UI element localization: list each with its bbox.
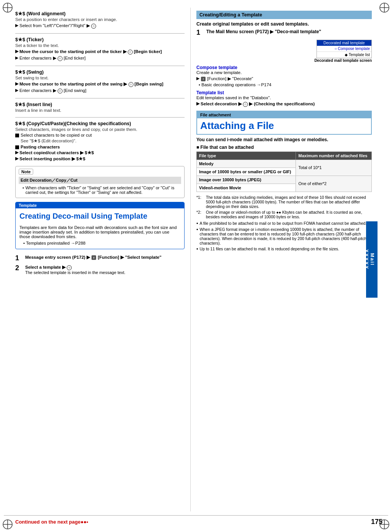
template-bullet-text: Templates preinstalled →P288	[26, 241, 85, 245]
bullet-dot-icon: •	[196, 221, 198, 226]
copy-cut-item-2-text: Pasting characters	[21, 145, 60, 149]
section-ticker: $★$ (Ticker) Set a ticker to the text. ▶…	[15, 37, 185, 61]
swing-subtext: Set swing to text.	[15, 76, 185, 80]
section-copy-cut-paste: $★$ (Copy/Cut/Paste)(Checking the specif…	[15, 121, 185, 161]
creating-template-section: Creating/Editing a Template Create origi…	[196, 11, 372, 107]
bullet-dot-icon: •	[196, 247, 198, 251]
filled-square-icon	[15, 134, 19, 137]
template-box: Template Creating Deco-mail Using Templa…	[15, 202, 185, 249]
bullet-icon: •	[23, 241, 25, 245]
template-header: Template	[16, 202, 184, 208]
filled-square-icon	[15, 145, 19, 149]
creating-template-intro: Create original templates or edit saved …	[196, 21, 372, 27]
footnote-2-marker: *2:	[196, 210, 206, 219]
phone-screenshot: Decorated mail template ○ Compose templa…	[316, 40, 372, 58]
divider-1	[15, 33, 185, 34]
bullet-note-1-text: A file prohibited to be attached to mail…	[200, 221, 367, 226]
footnote-2-text: One of image or video/i-motion of up to …	[206, 210, 372, 219]
file-attach-title-box: File attachment Attaching a File	[196, 111, 372, 135]
template-list-block: Template list Edit templates saved in th…	[196, 90, 372, 107]
word-alignment-heading: $★$ (Word alignment)	[15, 11, 185, 16]
step-2-text: Select a template ▶ ○	[25, 264, 185, 270]
step-2-subtext: The selected template is inserted in the…	[25, 270, 185, 275]
divider-2	[15, 66, 185, 66]
note-item-1: • When characters with "Ticker" or "Swin…	[22, 185, 181, 195]
left-column: $★$ (Word alignment) Set a position to e…	[4, 8, 191, 511]
template-big-title: Creating Deco-mail Using Template	[16, 208, 184, 223]
ticker-item-1-text: Move the cursor to the starting point of…	[19, 49, 162, 55]
table-cell-video: Video/i-motion Movie	[197, 184, 296, 192]
swing-item-1: ▶ Move the cursor to the starting point …	[15, 81, 185, 87]
table-cell-melody: Melody	[197, 160, 296, 168]
right-tab: Mail XXXXX	[366, 221, 378, 298]
phone-menu-compose: ○ Compose template	[317, 46, 371, 52]
file-attach-big-title: Attaching a File	[197, 118, 371, 134]
svg-text:f: f	[93, 256, 95, 260]
bullet-notes: • A file prohibited to be attached to ma…	[196, 221, 372, 251]
swing-heading: $★$ (Swing)	[15, 69, 185, 75]
bullet-note-2-text: When a JPEG format image or i-motion exc…	[200, 227, 372, 245]
right-step-1: 1 The Mail Menu screen (P172) ▶ "Deco-ma…	[196, 29, 372, 36]
note-label: Note	[19, 169, 33, 175]
ticker-subtext: Set a ticker to the text.	[15, 43, 185, 48]
ticker-item-2-text: Enter characters ▶ ○ [End ticker]	[19, 55, 85, 61]
table-cell-melody-count: Total of 10*1	[296, 160, 372, 176]
note-decoration-header: Edit Decoration／Copy／Cut	[19, 177, 181, 184]
copy-cut-item-3-text: Select copied/cut characters ▶ $★$	[19, 150, 94, 155]
compose-template-item1-text: f [Function] ▶ "Decorate"	[201, 76, 253, 82]
bullet-note-3-text: Up to 11 files can be attached to mail. …	[200, 247, 339, 251]
attach-table: File type Maximum number of attached fil…	[196, 152, 372, 192]
table-cell-image-large: Image over 10000 bytes (JPEG)	[197, 176, 296, 184]
file-attach-header: File attachment	[197, 111, 371, 118]
continued-text: Continued on the next page●●•	[15, 519, 88, 525]
template-body-text: Templates are form data for Deco-mail wi…	[19, 225, 180, 239]
bullet-note-2: • When a JPEG format image or i-motion e…	[196, 227, 372, 245]
section-swing: $★$ (Swing) Set swing to text. ▶ Move th…	[15, 69, 185, 94]
corner-br-decoration	[379, 519, 390, 530]
arrow-icon: ▶	[15, 49, 18, 54]
arrow-icon: ▶	[15, 81, 18, 86]
page-container: $★$ (Word alignment) Set a position to e…	[0, 0, 392, 532]
step-1-text: Message entry screen (P172) ▶ f [Functio…	[25, 255, 185, 260]
template-step-2: 2 Select a template ▶ ○ The selected tem…	[15, 264, 185, 275]
footnote-2: *2: One of image or video/i-motion of up…	[196, 210, 372, 219]
phone-screenshot-area: Decorated mail template ○ Compose templa…	[313, 40, 372, 63]
template-list-item-text: Select decoration ▶ ○ ▶ (Checking the sp…	[201, 101, 315, 107]
bullet-note-3: • Up to 11 files can be attached to mail…	[196, 247, 372, 251]
phone-screenshot-container: Decorated mail template ○ Compose templa…	[196, 40, 372, 63]
table-row: Melody Total of 10*1	[197, 160, 372, 168]
copy-cut-heading: $★$ (Copy/Cut/Paste)(Checking the specif…	[15, 121, 185, 126]
table-header-max-files: Maximum number of attached files	[296, 152, 372, 160]
phone-caption: Decorated mail template screen	[313, 58, 372, 63]
compose-template-block: Compose template Create a new template. …	[196, 65, 372, 87]
ticker-item-1: ▶ Move the cursor to the starting point …	[15, 49, 185, 55]
phone-menu-template-list: ◆ Template list	[317, 52, 371, 58]
arrow-icon: ▶	[15, 23, 18, 28]
copy-cut-item-2: Pasting characters	[15, 145, 185, 149]
copy-cut-item-1: Select characters to be copied or cut	[15, 133, 185, 137]
copy-cut-subtext: Select characters, images or lines and c…	[15, 127, 185, 132]
template-list-subtext: Edit templates saved in the "Databox".	[196, 95, 372, 100]
ticker-item-2: ▶ Enter characters ▶ ○ [End ticker]	[15, 55, 185, 61]
arrow-icon: ▶	[196, 101, 199, 106]
table-cell-image-small: Image of 10000 bytes or smaller (JPEG or…	[197, 168, 296, 176]
arrow-icon: ▶	[15, 88, 18, 93]
right-tab-mail: Mail	[370, 253, 375, 266]
step-1-number: 1	[15, 255, 22, 261]
file-attach-intro: You can send i-mode mail attached with i…	[196, 137, 372, 142]
swing-item-1-text: Move the cursor to the starting point of…	[19, 81, 163, 87]
arrow-icon: ▶	[15, 55, 18, 60]
step-1-content: Message entry screen (P172) ▶ f [Functio…	[25, 255, 185, 260]
footnote-1-marker: *1:	[196, 195, 206, 209]
copy-cut-note-1: See "$★$ (Edit decoration)".	[21, 138, 185, 143]
section-word-alignment: $★$ (Word alignment) Set a position to e…	[15, 11, 185, 29]
footnote-1-text: The total data size including melodies, …	[206, 195, 372, 209]
note-item-1-text: When characters with "Ticker" or "Swing"…	[26, 185, 181, 195]
note-bullet-icon: •	[22, 185, 24, 190]
creating-template-header: Creating/Editing a Template	[196, 11, 372, 19]
word-alignment-item: ▶ Select from "Left"/"Center"/"Right" ▶ …	[15, 23, 185, 29]
compose-template-item2: • Basic decorating operations →P174	[199, 82, 372, 87]
right-step-1-number: 1	[196, 29, 203, 36]
template-bullet: • Templates preinstalled →P288	[23, 241, 180, 245]
template-steps: 1 Message entry screen (P172) ▶ f [Funct…	[15, 253, 185, 275]
